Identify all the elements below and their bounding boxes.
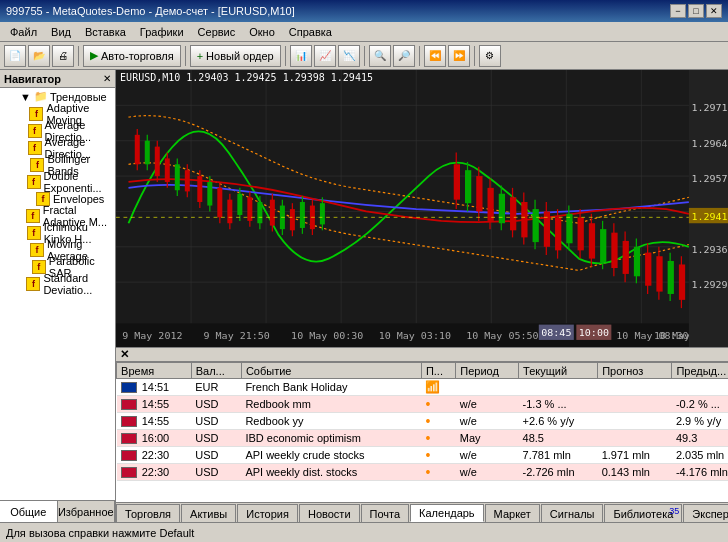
toolbar-btn-3[interactable]: 📉 xyxy=(338,45,360,67)
cell-forecast: 0.143 mln xyxy=(598,464,672,481)
tab-library[interactable]: Библиотека35 xyxy=(604,504,682,522)
col-period[interactable]: Период xyxy=(456,363,519,379)
toolbar-print[interactable]: 🖨 xyxy=(52,45,74,67)
table-row: 22:30 USD API weekly dist. stocks • w/e … xyxy=(117,464,728,481)
toolbar-btn-2[interactable]: 📈 xyxy=(314,45,336,67)
col-forecast[interactable]: Прогноз xyxy=(598,363,672,379)
menu-insert[interactable]: Вставка xyxy=(79,24,132,40)
maximize-button[interactable]: □ xyxy=(688,4,704,18)
tab-history[interactable]: История xyxy=(237,504,298,522)
cell-current: 48.5 xyxy=(519,430,598,447)
menu-window[interactable]: Окно xyxy=(243,24,281,40)
col-previous[interactable]: Предыд... xyxy=(672,363,728,379)
menu-view[interactable]: Вид xyxy=(45,24,77,40)
print-icon: 🖨 xyxy=(58,50,68,61)
scroll-right-button[interactable]: ⏩ xyxy=(448,45,470,67)
svg-text:1.29710: 1.29710 xyxy=(692,103,728,114)
col-currency[interactable]: Вал... xyxy=(191,363,241,379)
toolbar-open[interactable]: 📂 xyxy=(28,45,50,67)
toolbar-btn-1[interactable]: 📊 xyxy=(290,45,312,67)
svg-rect-72 xyxy=(566,214,572,243)
tab-market[interactable]: Маркет xyxy=(485,504,540,522)
zoom-out-icon: 🔎 xyxy=(398,50,410,61)
cell-forecast xyxy=(598,413,672,430)
menu-charts[interactable]: Графики xyxy=(134,24,190,40)
svg-text:10 May 05:50: 10 May 05:50 xyxy=(466,330,538,341)
cell-current: -2.726 mln xyxy=(519,464,598,481)
menu-bar: Файл Вид Вставка Графики Сервис Окно Спр… xyxy=(0,22,728,42)
navigator-tree: ▼ 📁 Трендовые f Adaptive Moving f Averag… xyxy=(0,88,115,500)
navigator-tabs: Общие Избранное xyxy=(0,500,115,522)
toolbar-new[interactable]: 📄 xyxy=(4,45,26,67)
tab-calendar[interactable]: Календарь xyxy=(410,504,484,522)
tab-assets[interactable]: Активы xyxy=(181,504,236,522)
library-badge: 35 xyxy=(669,506,679,516)
svg-text:9 May 2012: 9 May 2012 xyxy=(122,330,182,341)
cell-priority: • xyxy=(421,430,455,447)
tab-trading[interactable]: Торговля xyxy=(116,504,180,522)
toolbar-separator-2 xyxy=(185,46,186,66)
new-icon: 📄 xyxy=(9,50,21,61)
cell-previous: -4.176 mln xyxy=(672,464,728,481)
panel-close-button[interactable]: ✕ xyxy=(120,348,129,361)
tab-experts[interactable]: Эксперты xyxy=(683,504,728,522)
col-current[interactable]: Текущий xyxy=(519,363,598,379)
news-table-container: Время Вал... Событие П... Период Текущий… xyxy=(116,362,728,502)
flag-us xyxy=(121,450,137,461)
cell-event: French Bank Holiday xyxy=(241,379,421,396)
cell-priority: • xyxy=(421,464,455,481)
svg-rect-64 xyxy=(521,202,527,237)
zoom-out-button[interactable]: 🔎 xyxy=(393,45,415,67)
cell-priority: 📶 xyxy=(421,379,455,396)
main-area: Навигатор ✕ ▼ 📁 Трендовые f Adaptive Mov… xyxy=(0,70,728,522)
new-order-label: Новый ордер xyxy=(206,50,274,62)
flag-us xyxy=(121,467,137,478)
close-button[interactable]: ✕ xyxy=(706,4,722,18)
menu-file[interactable]: Файл xyxy=(4,24,43,40)
chart-area[interactable]: EURUSD,M10 1.29403 1.29425 1.29398 1.294… xyxy=(116,70,728,347)
tree-item-double-exp[interactable]: f Double Exponenti... xyxy=(0,173,115,190)
navigator-close-button[interactable]: ✕ xyxy=(103,73,111,84)
svg-text:1.29415: 1.29415 xyxy=(692,211,728,222)
nav-tab-general[interactable]: Общие xyxy=(0,501,58,522)
auto-trade-label: Авто-торговля xyxy=(101,50,174,62)
tree-item-std-dev[interactable]: f Standard Deviatio... xyxy=(0,275,115,292)
cell-current xyxy=(519,379,598,396)
menu-service[interactable]: Сервис xyxy=(192,24,242,40)
nav-tab-favorites[interactable]: Избранное xyxy=(58,501,116,522)
cell-priority: • xyxy=(421,396,455,413)
cell-currency: USD xyxy=(191,413,241,430)
auto-trade-button[interactable]: ▶ Авто-торговля xyxy=(83,45,181,67)
col-time[interactable]: Время xyxy=(117,363,192,379)
svg-text:1.29360: 1.29360 xyxy=(692,244,728,255)
toolbar-separator-1 xyxy=(78,46,79,66)
navigator-title: Навигатор xyxy=(4,73,61,85)
tab-signals[interactable]: Сигналы xyxy=(541,504,604,522)
col-priority[interactable]: П... xyxy=(421,363,455,379)
zoom-in-icon: 🔍 xyxy=(374,50,386,61)
tree-item-label: Double Exponenti... xyxy=(44,170,112,194)
cell-period: w/e xyxy=(456,413,519,430)
menu-help[interactable]: Справка xyxy=(283,24,338,40)
col-event[interactable]: Событие xyxy=(241,363,421,379)
priority-dot: • xyxy=(425,430,430,446)
cell-forecast xyxy=(598,396,672,413)
scroll-left-icon: ⏪ xyxy=(429,50,441,61)
indicator-icon: f xyxy=(30,243,44,257)
cell-time: 14:51 xyxy=(117,379,192,396)
chart-line-icon: 📈 xyxy=(319,50,331,61)
cell-event: Redbook yy xyxy=(241,413,421,430)
minimize-button[interactable]: − xyxy=(670,4,686,18)
scroll-left-button[interactable]: ⏪ xyxy=(424,45,446,67)
tab-news[interactable]: Новости xyxy=(299,504,360,522)
chart-header: EURUSD,M10 1.29403 1.29425 1.29398 1.294… xyxy=(120,72,373,83)
status-text: Для вызова справки нажмите Default xyxy=(6,527,194,539)
settings-button[interactable]: ⚙ xyxy=(479,45,501,67)
new-order-button[interactable]: + Новый ордер xyxy=(190,45,281,67)
zoom-in-button[interactable]: 🔍 xyxy=(369,45,391,67)
cell-currency: USD xyxy=(191,464,241,481)
cell-period: May xyxy=(456,430,519,447)
tab-mail[interactable]: Почта xyxy=(361,504,410,522)
indicator-icon: f xyxy=(26,209,40,223)
svg-text:1.29570: 1.29570 xyxy=(692,173,728,184)
